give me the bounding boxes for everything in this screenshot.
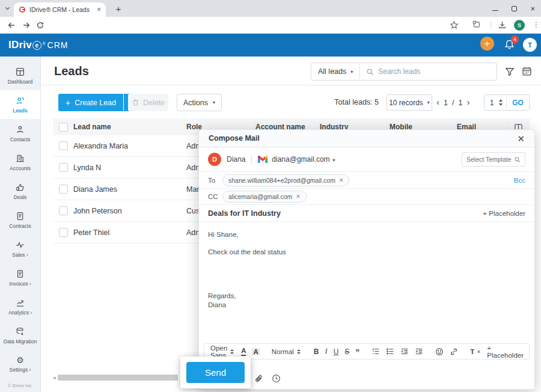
- chip-remove-icon[interactable]: ✕: [339, 177, 344, 183]
- browser-tab[interactable]: IDrive® CRM - Leads ×: [14, 2, 106, 17]
- sidebar-item-invoices[interactable]: Invoices ›: [0, 263, 40, 292]
- back-icon[interactable]: [7, 21, 16, 29]
- leads-view-label: All leads: [318, 67, 346, 76]
- editor-add-placeholder-button[interactable]: + Placeholder: [487, 345, 524, 359]
- tab-close-icon[interactable]: ×: [97, 6, 101, 13]
- page-input[interactable]: [484, 99, 499, 107]
- bcc-link[interactable]: Bcc: [514, 177, 525, 184]
- search-input[interactable]: [378, 67, 491, 76]
- filter-icon[interactable]: [505, 67, 515, 76]
- strikethrough-button[interactable]: S: [344, 348, 349, 356]
- from-email-dropdown[interactable]: diana@gmail.com▾: [272, 155, 335, 164]
- restore-icon[interactable]: [512, 6, 517, 11]
- sidebar-label: Contracts: [9, 223, 31, 229]
- row-checkbox[interactable]: [59, 228, 68, 237]
- sidebar-item-settings[interactable]: ⚙ Settings ›: [0, 350, 40, 379]
- reload-icon[interactable]: [36, 21, 44, 29]
- download-icon[interactable]: [498, 20, 507, 29]
- forward-icon[interactable]: [22, 21, 31, 29]
- sidebar-item-data-migration[interactable]: Data Migration: [0, 321, 40, 350]
- sidebar-item-contacts[interactable]: Contacts: [0, 119, 40, 148]
- compose-header: Compose Mail ✕: [199, 130, 534, 147]
- style-select[interactable]: Normal: [272, 348, 301, 355]
- screen: IDrive® CRM - Leads × + × designdev.idri…: [0, 0, 541, 392]
- italic-button[interactable]: I: [325, 347, 328, 356]
- chip-remove-icon[interactable]: ✕: [296, 194, 301, 200]
- sidebar-item-deals[interactable]: Deals: [0, 177, 40, 206]
- delete-button[interactable]: Delete: [128, 94, 168, 111]
- send-button[interactable]: Send: [186, 362, 245, 383]
- notification-badge: 4: [511, 35, 519, 43]
- highlight-color-button[interactable]: A: [252, 348, 259, 355]
- email-body-editor[interactable]: Hi Shane, Check out the deal status Rega…: [208, 230, 525, 309]
- link-button[interactable]: [450, 348, 458, 356]
- sidebar-label: Leads: [13, 108, 28, 114]
- next-page-icon[interactable]: ›: [466, 97, 469, 106]
- extensions-icon[interactable]: [472, 20, 481, 29]
- horizontal-scrollbar[interactable]: ◂: [53, 374, 178, 381]
- actions-button[interactable]: Actions ▾: [177, 94, 222, 111]
- window-controls: ×: [492, 0, 535, 17]
- clear-format-button[interactable]: Tx: [470, 348, 480, 355]
- compose-close-icon[interactable]: ✕: [517, 134, 525, 143]
- go-button[interactable]: GO: [506, 95, 529, 110]
- sidebar-item-accounts[interactable]: Accounts: [0, 148, 40, 177]
- indent-button[interactable]: [415, 348, 423, 355]
- compose-footer: [254, 374, 281, 384]
- blockquote-button[interactable]: ”: [355, 350, 359, 355]
- search-field[interactable]: [360, 63, 497, 80]
- quick-add-button[interactable]: +: [480, 37, 494, 51]
- schedule-icon[interactable]: [272, 374, 281, 384]
- new-tab-button[interactable]: +: [113, 3, 124, 14]
- row-checkbox[interactable]: [59, 141, 68, 150]
- contracts-icon: [16, 212, 25, 221]
- column-lead-name[interactable]: Lead name: [73, 122, 186, 132]
- bookmark-star-icon[interactable]: [450, 20, 459, 29]
- subject-add-placeholder-link[interactable]: + Placeholder: [483, 210, 525, 217]
- text-color-button[interactable]: A: [241, 347, 246, 355]
- ordered-list-button[interactable]: [371, 348, 380, 355]
- calendar-icon[interactable]: [522, 66, 532, 76]
- underline-button[interactable]: U: [334, 348, 339, 356]
- row-checkbox[interactable]: [59, 163, 68, 172]
- outdent-button[interactable]: [400, 348, 409, 355]
- scroll-left-icon[interactable]: ◂: [53, 375, 56, 381]
- create-lead-button[interactable]: + Create Lead: [58, 94, 123, 111]
- sidebar-label: Data Migration: [4, 338, 37, 345]
- chevron-down-icon: ▾: [350, 69, 353, 75]
- user-avatar[interactable]: T: [523, 38, 537, 52]
- subject-input[interactable]: Deals for IT Industry: [208, 209, 281, 218]
- menu-kebab-icon[interactable]: ⋮: [533, 20, 540, 29]
- bold-button[interactable]: B: [314, 348, 319, 356]
- minimize-icon[interactable]: [492, 10, 498, 11]
- sidebar-item-sales[interactable]: Sales ›: [0, 234, 40, 263]
- row-checkbox[interactable]: [59, 206, 68, 215]
- contacts-icon: [16, 125, 25, 134]
- bullet-list-button[interactable]: [386, 348, 394, 355]
- sidebar-item-contracts[interactable]: Contracts: [0, 206, 40, 234]
- app-header: IDriv e ® CRM + 4 T: [0, 34, 541, 57]
- close-icon[interactable]: ×: [530, 5, 535, 13]
- sidebar-item-analytics[interactable]: Analytics ›: [0, 292, 40, 321]
- scrollbar-thumb[interactable]: [58, 375, 178, 381]
- select-template-field[interactable]: Select Template: [462, 152, 525, 167]
- to-recipient-chip[interactable]: shane.william084+e2prod@gmail.com ✕: [222, 174, 349, 186]
- prev-page-icon[interactable]: ‹: [436, 97, 439, 106]
- leads-view-dropdown[interactable]: All leads ▾: [311, 63, 360, 80]
- row-checkbox[interactable]: [59, 185, 68, 194]
- style-select-value: Normal: [272, 348, 294, 355]
- lead-name-cell: Diana James: [73, 185, 186, 194]
- sidebar-label: Settings ›: [10, 367, 31, 373]
- page-stepper[interactable]: [499, 99, 503, 106]
- tab-search-chevron-icon[interactable]: [4, 5, 11, 11]
- cc-recipient-chip[interactable]: alicemaria@gmail.com ✕: [222, 191, 307, 203]
- attach-icon[interactable]: [254, 374, 264, 384]
- sidebar-item-dashboard[interactable]: Dashboard: [0, 61, 40, 90]
- select-all-checkbox[interactable]: [59, 123, 68, 132]
- records-per-page-dropdown[interactable]: 10 records ▾: [387, 94, 432, 111]
- sidebar-item-leads[interactable]: Leads: [0, 90, 40, 119]
- actions-label: Actions: [183, 99, 208, 107]
- emoji-button[interactable]: [435, 348, 444, 356]
- browser-profile-avatar[interactable]: S: [514, 20, 525, 31]
- from-email: diana@gmail.com: [272, 155, 329, 164]
